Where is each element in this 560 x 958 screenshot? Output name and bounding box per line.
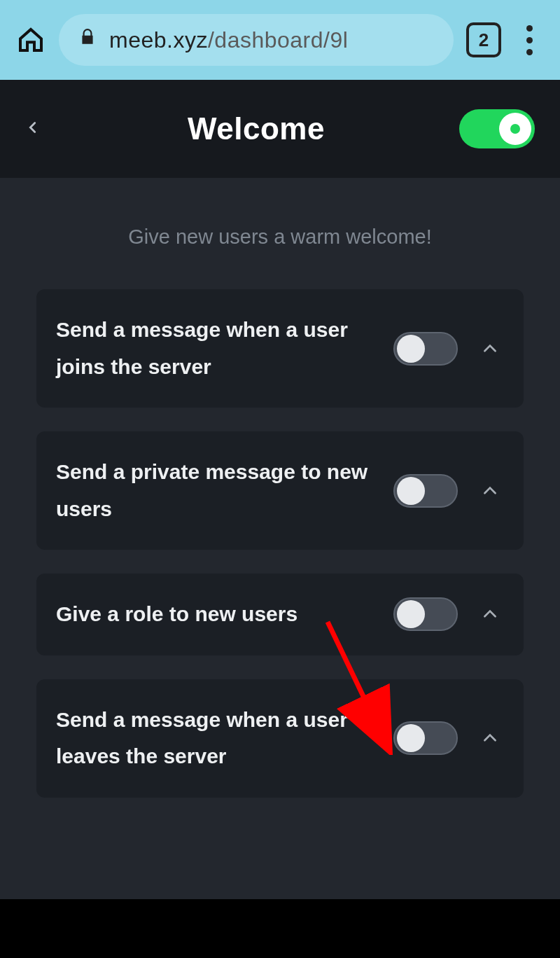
home-icon bbox=[17, 26, 45, 54]
tabs-button[interactable]: 2 bbox=[466, 22, 501, 57]
url-text: meeb.xyz/dashboard/9l bbox=[109, 27, 348, 53]
toggle-knob bbox=[397, 335, 425, 363]
toggle-knob bbox=[397, 600, 425, 628]
url-bar[interactable]: meeb.xyz/dashboard/9l bbox=[59, 14, 454, 66]
expand-button[interactable] bbox=[476, 729, 504, 747]
tab-count: 2 bbox=[479, 29, 489, 51]
lock-icon bbox=[78, 27, 97, 53]
option-label: Send a private message to new users bbox=[56, 454, 382, 527]
expand-button[interactable] bbox=[476, 340, 504, 358]
option-label: Send a message when a user leaves the se… bbox=[56, 702, 382, 775]
bottom-band bbox=[0, 899, 560, 958]
chevron-up-icon bbox=[481, 482, 499, 500]
overflow-menu-button[interactable] bbox=[514, 25, 545, 55]
option-toggle[interactable] bbox=[393, 721, 458, 755]
dot-icon bbox=[526, 25, 533, 32]
chevron-up-icon bbox=[481, 340, 499, 358]
toggle-knob bbox=[397, 724, 425, 752]
page-title: Welcome bbox=[53, 111, 459, 146]
chevron-up-icon bbox=[481, 605, 499, 623]
browser-bar: meeb.xyz/dashboard/9l 2 bbox=[0, 0, 560, 80]
dot-icon bbox=[526, 49, 533, 55]
page-subtitle: Give new users a warm welcome! bbox=[36, 225, 524, 249]
expand-button[interactable] bbox=[476, 482, 504, 500]
home-button[interactable] bbox=[15, 25, 46, 55]
option-private-message[interactable]: Send a private message to new users bbox=[36, 431, 524, 550]
chevron-left-icon bbox=[25, 116, 41, 139]
option-give-role[interactable]: Give a role to new users bbox=[36, 574, 524, 655]
option-leave-message[interactable]: Send a message when a user leaves the se… bbox=[36, 679, 524, 798]
option-label: Give a role to new users bbox=[56, 596, 382, 633]
option-toggle[interactable] bbox=[393, 597, 458, 631]
toggle-knob bbox=[499, 113, 531, 145]
toggle-knob bbox=[397, 477, 425, 505]
chevron-up-icon bbox=[481, 729, 499, 747]
expand-button[interactable] bbox=[476, 605, 504, 623]
dot-icon bbox=[526, 37, 533, 43]
master-toggle[interactable] bbox=[459, 109, 535, 148]
app-header: Welcome bbox=[0, 80, 560, 178]
back-button[interactable] bbox=[25, 116, 53, 142]
content-area: Give new users a warm welcome! Send a me… bbox=[0, 178, 560, 899]
option-toggle[interactable] bbox=[393, 332, 458, 366]
option-toggle[interactable] bbox=[393, 474, 458, 508]
option-label: Send a message when a user joins the ser… bbox=[56, 312, 382, 385]
option-join-message[interactable]: Send a message when a user joins the ser… bbox=[36, 289, 524, 408]
